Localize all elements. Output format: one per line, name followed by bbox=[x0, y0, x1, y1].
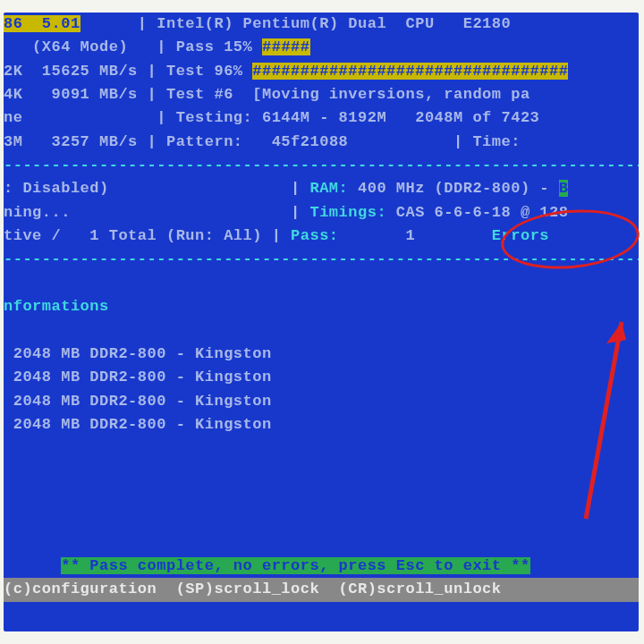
dimm-slot-text: 2048 MB DDR2-800 - Kingston bbox=[13, 393, 272, 410]
timings-value: CAS 6-6-6-18 @ 128 bbox=[396, 204, 569, 221]
ning-text: ning... bbox=[4, 204, 71, 221]
test-label: Test bbox=[166, 63, 205, 80]
pattern-label: Pattern: bbox=[166, 133, 243, 150]
dimm-slot: 2048 MB DDR2-800 - Kingston bbox=[4, 413, 639, 436]
ne-text: ne bbox=[4, 109, 22, 126]
hints-bar[interactable]: (c)configuration (SP)scroll_lock (CR)scr… bbox=[4, 578, 639, 601]
mem-speed: 3M 3257 MB/s bbox=[4, 133, 138, 150]
pass-label: Pass bbox=[176, 38, 215, 55]
timings-label: Timings: bbox=[309, 204, 386, 221]
pass-bar: ##### bbox=[262, 38, 310, 55]
line-l3-testname: 4K 9091 MB/s | Test #6 [Moving inversion… bbox=[4, 83, 639, 106]
blank-4 bbox=[4, 461, 639, 484]
line-mode-pass: (X64 Mode) | Pass 15% ##### bbox=[4, 36, 639, 59]
blank-6 bbox=[4, 507, 639, 530]
test-pct: 96% bbox=[214, 63, 242, 80]
divider-2: ----------------------------------------… bbox=[4, 248, 639, 271]
blank-2 bbox=[4, 318, 639, 342]
dimm-slot-text: 2048 MB DDR2-800 - Kingston bbox=[13, 416, 272, 433]
blank-5 bbox=[4, 484, 639, 507]
test-bar: ################################# bbox=[252, 63, 568, 80]
errors-label: Errors bbox=[492, 227, 549, 244]
testing-range: 6144M - 8192M 2048M of 7423 bbox=[262, 109, 539, 126]
test-name: Test #6 [Moving inversions, random pa bbox=[166, 86, 530, 103]
line-l2-test: 2K 15625 MB/s | Test 96% ###############… bbox=[4, 60, 639, 83]
pass-summary-label: Pass: bbox=[291, 227, 339, 244]
dimm-slot-text: 2048 MB DDR2-800 - Kingston bbox=[13, 345, 272, 362]
pass-complete-line: ** Pass complete, no errors, press Esc t… bbox=[4, 555, 639, 578]
dimm-slot: 2048 MB DDR2-800 - Kingston bbox=[4, 390, 639, 413]
pattern-value: 45f21088 bbox=[272, 133, 349, 150]
dimm-slot: 2048 MB DDR2-800 - Kingston bbox=[4, 366, 639, 389]
version-badge: 86 5.01 bbox=[4, 15, 80, 32]
ram-label: RAM: bbox=[309, 180, 348, 197]
pass-complete-msg: ** Pass complete, no errors, press Esc t… bbox=[61, 557, 530, 574]
line-ning-timings: ning... | Timings: CAS 6-6-6-18 @ 128 bbox=[4, 201, 639, 225]
line-version-cpu: 86 5.01 | Intel(R) Pentium(R) Dual CPU E… bbox=[4, 13, 639, 36]
dimm-slot-text: 2048 MB DDR2-800 - Kingston bbox=[13, 369, 272, 386]
divider-1: ----------------------------------------… bbox=[4, 154, 639, 177]
line-smp-ram: : Disabled) | RAM: 400 MHz (DDR2-800) - … bbox=[4, 177, 639, 200]
blank-7 bbox=[4, 531, 639, 555]
pass-pct: 15% bbox=[224, 38, 252, 55]
l2-cache: 2K 15625 MB/s bbox=[4, 63, 138, 80]
active-text: tive / 1 Total (Run: All) bbox=[4, 227, 262, 244]
l3-cache: 4K 9091 MB/s bbox=[4, 86, 138, 103]
blank-3 bbox=[4, 436, 639, 460]
pass-summary-val: 1 bbox=[406, 227, 416, 244]
mode-text: (X64 Mode) bbox=[32, 38, 128, 55]
line-ne-testing: ne | Testing: 6144M - 8192M 2048M of 742… bbox=[4, 106, 639, 130]
memtest-screen: 86 5.01 | Intel(R) Pentium(R) Dual CPU E… bbox=[4, 13, 639, 631]
testing-label: Testing: bbox=[176, 109, 253, 126]
dimm-slot: 2048 MB DDR2-800 - Kingston bbox=[4, 343, 639, 366]
cpu-name: Intel(R) Pentium(R) Dual CPU E2180 bbox=[157, 15, 511, 32]
blank-1 bbox=[4, 272, 639, 295]
ram-value: 400 MHz (DDR2-800) bbox=[358, 180, 530, 197]
dimm-header: nformations bbox=[4, 295, 639, 318]
smp-status: : Disabled) bbox=[4, 180, 109, 197]
line-mem-pattern: 3M 3257 MB/s | Pattern: 45f21088 | Time: bbox=[4, 131, 639, 154]
ram-tail: B bbox=[559, 180, 569, 197]
time-label: Time: bbox=[472, 133, 521, 150]
line-active-pass: tive / 1 Total (Run: All) | Pass: 1 Erro… bbox=[4, 225, 639, 248]
